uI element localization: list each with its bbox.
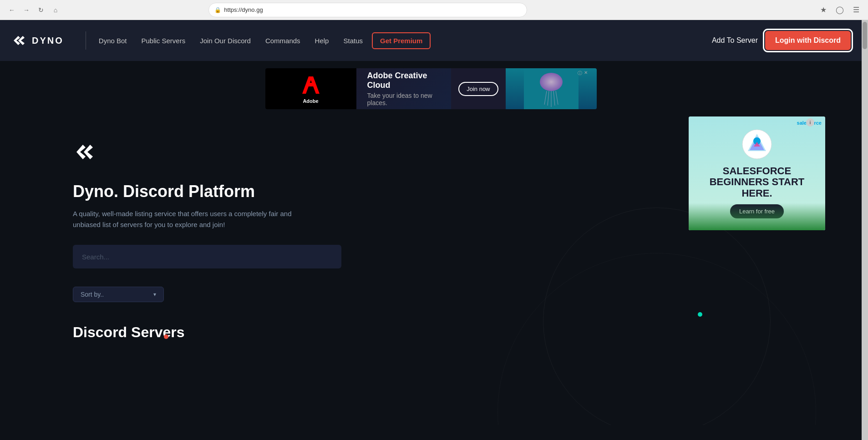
discord-servers-title: Discord Servers: [73, 324, 184, 341]
home-button[interactable]: ⌂: [49, 4, 62, 16]
dyno-logo-icon: [11, 32, 27, 49]
ad-badge: ⓘ ✕: [578, 70, 588, 76]
nav-status[interactable]: Status: [338, 33, 368, 48]
nav-commands[interactable]: Commands: [260, 33, 306, 48]
hero-description: A quality, well-made listing service tha…: [73, 208, 310, 230]
nav-help[interactable]: Help: [310, 33, 335, 48]
bookmark-button[interactable]: ★: [817, 4, 830, 16]
navbar-divider: [86, 31, 86, 50]
lock-icon: 🔒: [214, 7, 221, 13]
scrollbar-thumb[interactable]: [863, 22, 867, 49]
right-ad-bottom: [689, 203, 825, 230]
navbar-links: Dyno Bot Public Servers Join Our Discord…: [93, 32, 712, 49]
teal-dot: [698, 312, 702, 317]
browser-nav-buttons: ← → ↻ ⌂: [5, 4, 62, 16]
brand-name: DYNO: [32, 35, 64, 46]
search-container: [73, 245, 341, 268]
adobe-brand-text: Adobe: [303, 98, 318, 104]
right-ad-inner: salesforce ✕ i SALESFORCE BEGINNERS STAR…: [689, 116, 825, 230]
pocket-button[interactable]: ◯: [833, 4, 846, 16]
discord-servers-section: Discord Servers: [0, 317, 862, 355]
address-bar[interactable]: 🔒 https://dyno.gg: [208, 3, 527, 17]
navbar-right: Add To Server Login with Discord: [712, 31, 851, 50]
main-content: Adobe Adobe Creative Cloud Take your ide…: [0, 61, 862, 425]
add-to-server-link[interactable]: Add To Server: [712, 36, 758, 45]
refresh-button[interactable]: ↻: [35, 4, 47, 16]
hero-title: Dyno. Discord Platform: [73, 182, 789, 201]
ad-content-area: Adobe Creative Cloud Take your ideas to …: [356, 68, 452, 109]
forward-button[interactable]: →: [20, 4, 33, 16]
right-ad: salesforce ✕ i SALESFORCE BEGINNERS STAR…: [689, 116, 825, 230]
get-premium-button[interactable]: Get Premium: [372, 32, 431, 49]
hero-logo: [73, 138, 789, 167]
search-input[interactable]: [73, 245, 341, 268]
ad-info-icon[interactable]: ⓘ: [578, 70, 582, 76]
navbar-brand[interactable]: DYNO: [11, 32, 64, 49]
ad-close-icon[interactable]: ✕: [584, 70, 588, 76]
back-button[interactable]: ←: [5, 4, 18, 16]
ad-banner-top: Adobe Adobe Creative Cloud Take your ide…: [0, 61, 862, 116]
login-discord-button[interactable]: Login with Discord: [765, 31, 851, 50]
nav-dyno-bot[interactable]: Dyno Bot: [93, 33, 132, 48]
right-ad-info-btn[interactable]: i: [806, 118, 814, 126]
hero-logo-large-icon: [73, 138, 100, 166]
svg-point-4: [540, 73, 563, 91]
trailhead-logo-icon: [741, 128, 773, 160]
ad-container-top: Adobe Adobe Creative Cloud Take your ide…: [265, 68, 597, 109]
nav-public-servers[interactable]: Public Servers: [136, 33, 191, 48]
title-red-dot: [164, 334, 168, 339]
ad-left-panel: Adobe: [265, 68, 356, 109]
sort-dropdown-arrow: ▾: [153, 291, 156, 298]
adobe-logo-icon: [299, 74, 322, 96]
ad-title: Adobe Creative Cloud: [367, 71, 441, 90]
sort-dropdown[interactable]: Sort by.. ▾: [73, 287, 164, 302]
address-url: https://dyno.gg: [224, 6, 521, 13]
jellyfish-svg: [524, 68, 579, 109]
hero-section: salesforce ✕ i SALESFORCE BEGINNERS STAR…: [0, 116, 862, 317]
browser-chrome: ← → ↻ ⌂ 🔒 https://dyno.gg ★ ◯ ☰: [0, 0, 868, 20]
ad-subtitle: Take your ideas to new places.: [367, 92, 441, 106]
scrollbar-track[interactable]: [862, 20, 868, 440]
page-content: DYNO Dyno Bot Public Servers Join Our Di…: [0, 20, 862, 440]
menu-button[interactable]: ☰: [850, 4, 863, 16]
right-ad-title: SALESFORCE BEGINNERS START HERE.: [696, 166, 818, 199]
svg-marker-16: [84, 145, 93, 159]
circle-decoration-1: [543, 207, 771, 425]
navbar: DYNO Dyno Bot Public Servers Join Our Di…: [0, 20, 862, 61]
browser-right-actions: ★ ◯ ☰: [817, 4, 863, 16]
sort-label: Sort by..: [81, 291, 104, 298]
ad-cta-button[interactable]: Join now: [458, 82, 498, 96]
nav-join-discord[interactable]: Join Our Discord: [194, 33, 256, 48]
